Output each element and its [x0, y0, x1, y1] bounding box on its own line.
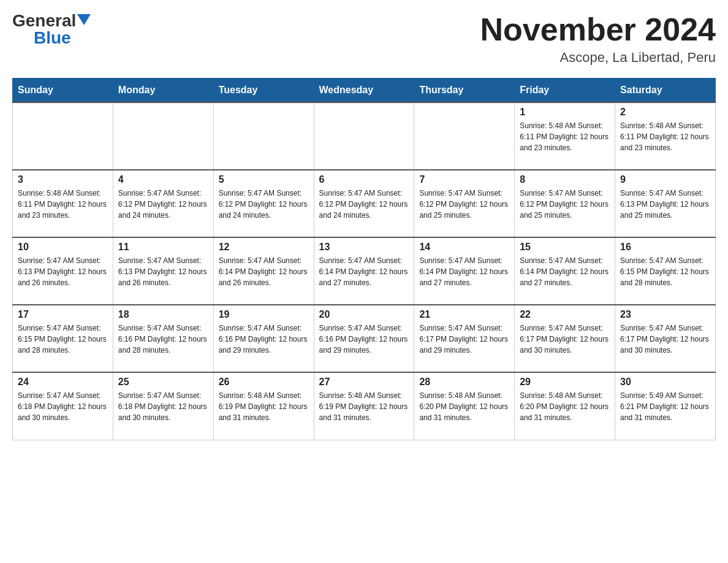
calendar-cell: 7Sunrise: 5:47 AM Sunset: 6:12 PM Daylig… — [414, 170, 515, 237]
day-number: 2 — [620, 107, 710, 118]
calendar-cell: 22Sunrise: 5:47 AM Sunset: 6:17 PM Dayli… — [515, 305, 615, 372]
calendar-cell — [314, 102, 414, 170]
calendar-cell: 24Sunrise: 5:47 AM Sunset: 6:18 PM Dayli… — [13, 372, 113, 440]
day-header-tuesday: Tuesday — [213, 79, 314, 103]
day-number: 1 — [520, 107, 610, 118]
calendar-cell: 13Sunrise: 5:47 AM Sunset: 6:14 PM Dayli… — [314, 237, 414, 305]
calendar-cell: 23Sunrise: 5:47 AM Sunset: 6:17 PM Dayli… — [615, 305, 716, 372]
day-info: Sunrise: 5:47 AM Sunset: 6:12 PM Dayligh… — [118, 188, 208, 221]
day-number: 22 — [520, 309, 610, 320]
logo-blue: Blue — [34, 28, 71, 48]
day-info: Sunrise: 5:49 AM Sunset: 6:21 PM Dayligh… — [620, 390, 710, 423]
calendar-cell: 30Sunrise: 5:49 AM Sunset: 6:21 PM Dayli… — [615, 372, 716, 440]
day-number: 16 — [620, 242, 710, 253]
calendar-header-row: SundayMondayTuesdayWednesdayThursdayFrid… — [13, 79, 716, 103]
day-info: Sunrise: 5:47 AM Sunset: 6:18 PM Dayligh… — [18, 390, 108, 423]
day-number: 18 — [118, 309, 208, 320]
day-number: 3 — [18, 174, 108, 185]
day-info: Sunrise: 5:47 AM Sunset: 6:17 PM Dayligh… — [620, 323, 710, 356]
calendar-cell: 8Sunrise: 5:47 AM Sunset: 6:12 PM Daylig… — [515, 170, 615, 237]
day-number: 25 — [118, 377, 208, 388]
day-info: Sunrise: 5:47 AM Sunset: 6:16 PM Dayligh… — [319, 323, 409, 356]
day-header-sunday: Sunday — [13, 79, 113, 103]
day-header-thursday: Thursday — [414, 79, 515, 103]
day-info: Sunrise: 5:47 AM Sunset: 6:13 PM Dayligh… — [18, 255, 108, 288]
day-info: Sunrise: 5:47 AM Sunset: 6:13 PM Dayligh… — [620, 188, 710, 221]
title-area: November 2024 Ascope, La Libertad, Peru — [480, 12, 716, 66]
day-info: Sunrise: 5:47 AM Sunset: 6:12 PM Dayligh… — [419, 188, 509, 221]
day-info: Sunrise: 5:48 AM Sunset: 6:11 PM Dayligh… — [18, 188, 108, 221]
week-row-1: 1Sunrise: 5:48 AM Sunset: 6:11 PM Daylig… — [13, 102, 716, 170]
calendar-cell: 12Sunrise: 5:47 AM Sunset: 6:14 PM Dayli… — [213, 237, 314, 305]
page-title: November 2024 — [480, 12, 716, 47]
day-number: 12 — [219, 242, 309, 253]
logo: General Blue — [12, 12, 91, 48]
calendar-cell: 4Sunrise: 5:47 AM Sunset: 6:12 PM Daylig… — [113, 170, 213, 237]
day-number: 11 — [118, 242, 208, 253]
calendar-cell: 14Sunrise: 5:47 AM Sunset: 6:14 PM Dayli… — [414, 237, 515, 305]
calendar-cell: 2Sunrise: 5:48 AM Sunset: 6:11 PM Daylig… — [615, 102, 716, 170]
day-number: 27 — [319, 377, 409, 388]
day-number: 15 — [520, 242, 610, 253]
day-number: 7 — [419, 174, 509, 185]
day-header-saturday: Saturday — [615, 79, 716, 103]
day-info: Sunrise: 5:47 AM Sunset: 6:12 PM Dayligh… — [520, 188, 610, 221]
day-info: Sunrise: 5:47 AM Sunset: 6:12 PM Dayligh… — [319, 188, 409, 221]
day-number: 28 — [419, 377, 509, 388]
day-number: 14 — [419, 242, 509, 253]
logo-general: General — [12, 12, 76, 29]
day-info: Sunrise: 5:47 AM Sunset: 6:15 PM Dayligh… — [18, 323, 108, 356]
day-info: Sunrise: 5:47 AM Sunset: 6:17 PM Dayligh… — [419, 323, 509, 356]
day-info: Sunrise: 5:48 AM Sunset: 6:11 PM Dayligh… — [620, 120, 710, 153]
calendar-cell: 3Sunrise: 5:48 AM Sunset: 6:11 PM Daylig… — [13, 170, 113, 237]
day-info: Sunrise: 5:47 AM Sunset: 6:12 PM Dayligh… — [219, 188, 309, 221]
day-number: 17 — [18, 309, 108, 320]
day-number: 21 — [419, 309, 509, 320]
week-row-2: 3Sunrise: 5:48 AM Sunset: 6:11 PM Daylig… — [13, 170, 716, 237]
day-number: 6 — [319, 174, 409, 185]
day-number: 5 — [219, 174, 309, 185]
calendar-cell: 27Sunrise: 5:48 AM Sunset: 6:19 PM Dayli… — [314, 372, 414, 440]
calendar-cell: 15Sunrise: 5:47 AM Sunset: 6:14 PM Dayli… — [515, 237, 615, 305]
day-header-wednesday: Wednesday — [314, 79, 414, 103]
day-number: 26 — [219, 377, 309, 388]
calendar-cell: 26Sunrise: 5:48 AM Sunset: 6:19 PM Dayli… — [213, 372, 314, 440]
day-number: 4 — [118, 174, 208, 185]
week-row-4: 17Sunrise: 5:47 AM Sunset: 6:15 PM Dayli… — [13, 305, 716, 372]
svg-marker-0 — [77, 14, 91, 25]
day-info: Sunrise: 5:47 AM Sunset: 6:18 PM Dayligh… — [118, 390, 208, 423]
calendar-cell: 9Sunrise: 5:47 AM Sunset: 6:13 PM Daylig… — [615, 170, 716, 237]
day-info: Sunrise: 5:48 AM Sunset: 6:11 PM Dayligh… — [520, 120, 610, 153]
week-row-5: 24Sunrise: 5:47 AM Sunset: 6:18 PM Dayli… — [13, 372, 716, 440]
day-info: Sunrise: 5:47 AM Sunset: 6:13 PM Dayligh… — [118, 255, 208, 288]
day-info: Sunrise: 5:47 AM Sunset: 6:14 PM Dayligh… — [319, 255, 409, 288]
calendar-cell: 25Sunrise: 5:47 AM Sunset: 6:18 PM Dayli… — [113, 372, 213, 440]
day-number: 19 — [219, 309, 309, 320]
day-info: Sunrise: 5:48 AM Sunset: 6:20 PM Dayligh… — [419, 390, 509, 423]
day-number: 13 — [319, 242, 409, 253]
day-number: 30 — [620, 377, 710, 388]
calendar-cell: 11Sunrise: 5:47 AM Sunset: 6:13 PM Dayli… — [113, 237, 213, 305]
day-info: Sunrise: 5:47 AM Sunset: 6:16 PM Dayligh… — [219, 323, 309, 356]
day-number: 29 — [520, 377, 610, 388]
day-info: Sunrise: 5:48 AM Sunset: 6:20 PM Dayligh… — [520, 390, 610, 423]
calendar-cell: 6Sunrise: 5:47 AM Sunset: 6:12 PM Daylig… — [314, 170, 414, 237]
calendar-cell: 18Sunrise: 5:47 AM Sunset: 6:16 PM Dayli… — [113, 305, 213, 372]
day-number: 10 — [18, 242, 108, 253]
day-info: Sunrise: 5:47 AM Sunset: 6:14 PM Dayligh… — [520, 255, 610, 288]
calendar-cell — [113, 102, 213, 170]
logo-triangle-icon — [77, 14, 91, 28]
calendar-cell: 21Sunrise: 5:47 AM Sunset: 6:17 PM Dayli… — [414, 305, 515, 372]
calendar-cell: 28Sunrise: 5:48 AM Sunset: 6:20 PM Dayli… — [414, 372, 515, 440]
day-header-friday: Friday — [515, 79, 615, 103]
calendar-cell: 17Sunrise: 5:47 AM Sunset: 6:15 PM Dayli… — [13, 305, 113, 372]
calendar-cell: 5Sunrise: 5:47 AM Sunset: 6:12 PM Daylig… — [213, 170, 314, 237]
calendar-cell: 20Sunrise: 5:47 AM Sunset: 6:16 PM Dayli… — [314, 305, 414, 372]
page-subtitle: Ascope, La Libertad, Peru — [480, 50, 716, 66]
day-number: 8 — [520, 174, 610, 185]
calendar-cell — [13, 102, 113, 170]
calendar-cell: 16Sunrise: 5:47 AM Sunset: 6:15 PM Dayli… — [615, 237, 716, 305]
day-info: Sunrise: 5:48 AM Sunset: 6:19 PM Dayligh… — [319, 390, 409, 423]
day-info: Sunrise: 5:47 AM Sunset: 6:14 PM Dayligh… — [219, 255, 309, 288]
day-info: Sunrise: 5:47 AM Sunset: 6:16 PM Dayligh… — [118, 323, 208, 356]
